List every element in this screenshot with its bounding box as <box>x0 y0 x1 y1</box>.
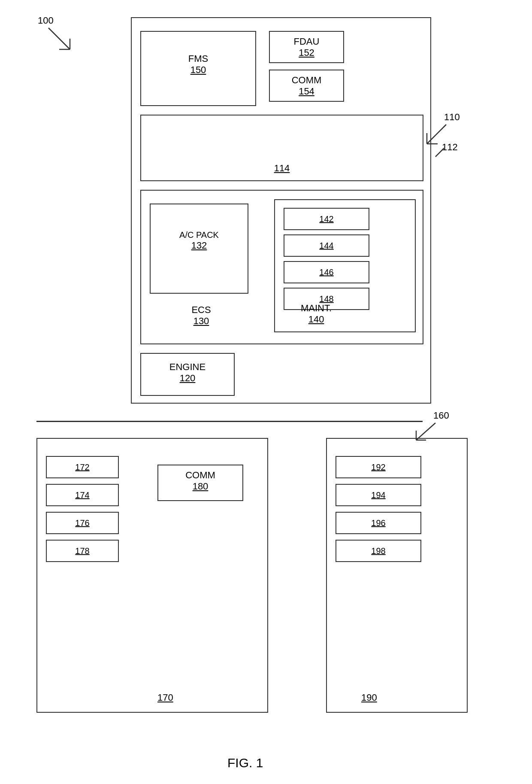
figure-title: FIG. 1 <box>227 756 263 770</box>
ref-112-arrow <box>433 146 446 159</box>
main-system-box: FMS 150 FDAU 152 COMM 154 114 <box>131 17 431 404</box>
ref-114-label: 114 <box>141 163 423 174</box>
maint-item-142: 142 <box>284 208 369 230</box>
ref-190-label: 190 <box>361 692 377 703</box>
engine-box: ENGINE 120 <box>140 353 235 396</box>
box-114: 114 <box>140 115 423 181</box>
fms-label: FMS 150 <box>141 53 255 76</box>
svg-line-3 <box>427 125 446 144</box>
ref-160-group: 160 <box>433 410 449 421</box>
fdau-label: FDAU 152 <box>270 36 343 58</box>
svg-line-7 <box>416 423 435 440</box>
svg-line-6 <box>435 148 444 157</box>
comm-180-box: COMM 180 <box>157 465 243 501</box>
ref-112-group: 112 <box>442 142 458 153</box>
box-190: 192 194 196 198 190 <box>326 438 468 713</box>
fms-box: FMS 150 <box>140 31 256 106</box>
maint-label: MAINT. 140 <box>301 303 332 325</box>
ecs-maint-box: A/C PACK 132 ECS 130 142 144 <box>140 190 423 344</box>
right-item-196: 196 <box>336 512 421 534</box>
left-item-172: 172 <box>46 456 119 478</box>
ref-110-group: 110 <box>444 112 460 123</box>
ref-170-label: 170 <box>157 692 173 703</box>
left-item-178: 178 <box>46 540 119 562</box>
ac-pack-label: A/C PACK 132 <box>151 230 248 251</box>
fdau-box: FDAU 152 <box>269 31 344 63</box>
diagram: 100 FMS 150 FDAU 152 COMM 15 <box>0 0 532 784</box>
maint-item-144: 144 <box>284 234 369 257</box>
maint-item-146: 146 <box>284 261 369 283</box>
right-item-198: 198 <box>336 540 421 562</box>
comm-180-label: COMM 180 <box>158 470 242 492</box>
left-item-176: 176 <box>46 512 119 534</box>
ac-pack-box: A/C PACK 132 <box>150 204 248 294</box>
svg-line-0 <box>48 28 70 49</box>
comm-154-label: COMM 154 <box>270 75 343 97</box>
comm-154-box: COMM 154 <box>269 70 344 102</box>
box-170: 172 174 176 178 COMM 180 170 <box>36 438 268 713</box>
right-item-192: 192 <box>336 456 421 478</box>
ecs-label: ECS 130 <box>150 304 253 327</box>
right-item-194: 194 <box>336 484 421 506</box>
ref-100-arrow <box>44 24 79 58</box>
engine-label: ENGINE 120 <box>141 362 234 384</box>
maint-subbox: 142 144 146 148 MAINT. 140 <box>274 199 416 332</box>
left-item-174: 174 <box>46 484 119 506</box>
ref-100-group: 100 <box>38 15 54 26</box>
separator-line <box>36 421 423 422</box>
